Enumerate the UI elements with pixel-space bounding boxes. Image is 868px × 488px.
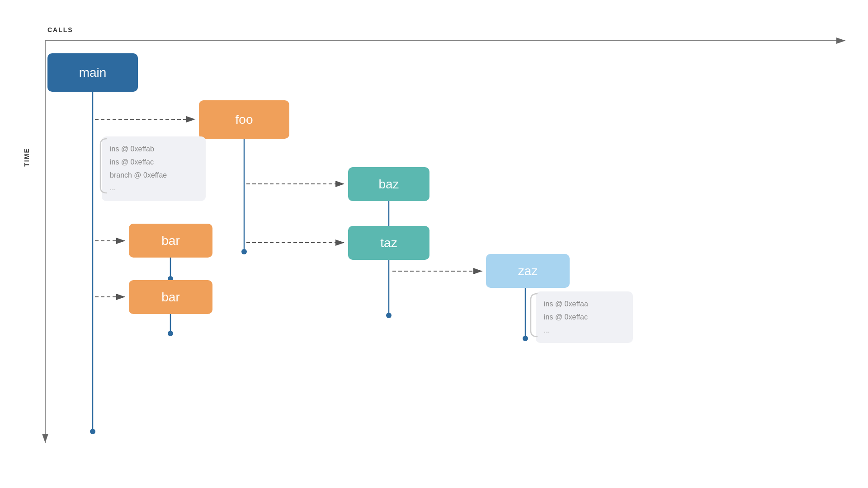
svg-point-17 xyxy=(523,336,528,341)
calls-axis-label: CALLS xyxy=(47,26,73,33)
info-line-3: branch @ 0xeffae xyxy=(110,169,198,182)
box-baz[interactable]: baz xyxy=(348,167,429,201)
info-line-2: ins @ 0xeffac xyxy=(110,156,198,169)
svg-point-11 xyxy=(386,313,392,318)
box-foo[interactable]: foo xyxy=(199,100,289,139)
box-bar1[interactable]: bar xyxy=(129,224,212,258)
zaz-info-line-3: ... xyxy=(544,324,625,337)
svg-point-7 xyxy=(241,249,247,254)
box-main[interactable]: main xyxy=(47,53,138,92)
zaz-info-line-1: ins @ 0xeffaa xyxy=(544,298,625,311)
info-box-main: ins @ 0xeffab ins @ 0xeffac branch @ 0xe… xyxy=(102,136,206,201)
svg-point-5 xyxy=(90,429,95,434)
info-box-zaz: ins @ 0xeffaa ins @ 0xeffac ... xyxy=(536,291,633,343)
time-axis-label: TIME xyxy=(23,148,30,166)
diagram-container: CALLS TIME xyxy=(0,0,868,488)
box-bar2[interactable]: bar xyxy=(129,280,212,314)
svg-point-15 xyxy=(168,331,173,336)
box-taz[interactable]: taz xyxy=(348,226,429,260)
zaz-info-line-2: ins @ 0xeffac xyxy=(544,311,625,324)
info-line-1: ins @ 0xeffab xyxy=(110,143,198,156)
info-line-4: ... xyxy=(110,182,198,195)
box-zaz[interactable]: zaz xyxy=(486,254,570,288)
